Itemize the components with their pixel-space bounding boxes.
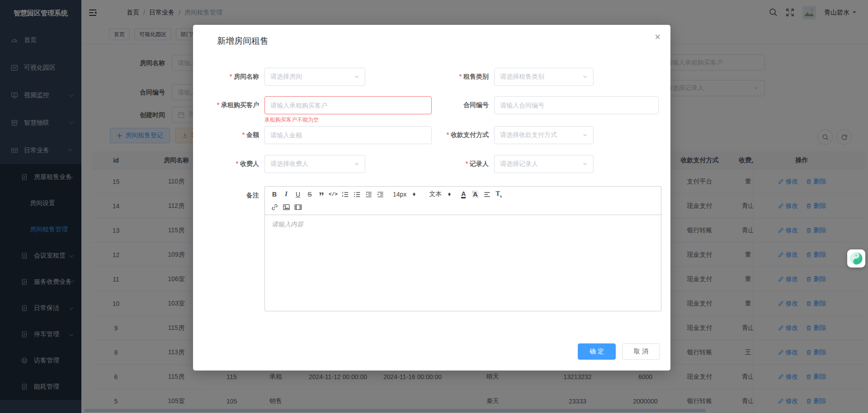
field-payment-label: 收款支付方式	[427, 131, 494, 139]
recorder-select[interactable]: 请选择记录人	[494, 155, 594, 173]
editor-strike-button[interactable]: S	[304, 189, 316, 200]
collector-select-placeholder: 请选择收费人	[270, 160, 354, 168]
editor-background-color-button[interactable]: A	[469, 189, 481, 200]
field-remark-label: 备注	[198, 186, 264, 204]
editor-placeholder: 请输入内容	[272, 221, 303, 228]
editor-video-button[interactable]	[292, 202, 304, 212]
green-swirl-logo-icon	[849, 251, 864, 266]
editor-outdent-button[interactable]	[363, 189, 374, 200]
editor-underline-button[interactable]: U	[292, 189, 304, 200]
floating-assistant-widget[interactable]	[847, 249, 865, 268]
chevron-down-icon	[354, 161, 359, 167]
editor-list-ordered-button[interactable]	[339, 189, 351, 200]
field-category-label: 租售类别	[427, 73, 494, 81]
editor-format-select-button[interactable]: 文本	[422, 189, 458, 200]
editor-content[interactable]: 请输入内容	[265, 215, 661, 311]
modal-footer: 确 定 取 消	[578, 343, 660, 360]
editor-toolbar: BIUS”</>14px文本AATx	[265, 187, 661, 215]
editor-code-button[interactable]: </>	[327, 189, 339, 200]
chevron-down-icon	[354, 74, 359, 80]
payment-select-placeholder: 请选择收款支付方式	[500, 131, 582, 139]
editor-blockquote-button[interactable]: ”	[316, 189, 327, 200]
customer-input[interactable]	[264, 96, 432, 114]
editor-clean-format-button[interactable]: Tx	[493, 189, 505, 200]
editor-align-button[interactable]	[481, 189, 493, 200]
rich-text-editor: BIUS”</>14px文本AATx 请输入内容	[264, 186, 661, 311]
recorder-select-placeholder: 请选择记录人	[500, 160, 582, 168]
editor-size-select-button[interactable]: 14px	[386, 189, 422, 200]
field-contract: 合同编号	[427, 96, 659, 114]
field-collector-label: 收费人	[198, 160, 264, 168]
confirm-button[interactable]: 确 定	[578, 343, 616, 360]
field-amount-label: 金额	[198, 131, 264, 139]
contract-input[interactable]	[494, 96, 659, 114]
editor-list-bullet-button[interactable]	[351, 189, 363, 200]
collector-select[interactable]: 请选择收费人	[264, 155, 365, 173]
field-contract-label: 合同编号	[427, 101, 494, 109]
editor-bold-button[interactable]: B	[269, 189, 280, 200]
field-payment: 收款支付方式 请选择收款支付方式	[427, 126, 594, 144]
editor-indent-button[interactable]	[374, 189, 386, 200]
amount-input[interactable]	[264, 126, 432, 144]
editor-italic-button[interactable]: I	[280, 189, 292, 200]
room-select[interactable]: 请选择房间	[264, 68, 365, 86]
app-root: 智慧园区管理系统 首页可视化园区视频监控智慧物联日常业务房屋租售业务房间设置房间…	[0, 0, 868, 413]
payment-select[interactable]: 请选择收款支付方式	[494, 126, 594, 144]
field-collector: 收费人 请选择收费人	[198, 155, 365, 173]
field-recorder: 记录人 请选择记录人	[427, 155, 594, 173]
add-rental-modal: 新增房间租售 × 房间名称 请选择房间 租售类别 请选择租售类别 承租购买客户 …	[193, 25, 670, 371]
field-customer: 承租购买客户	[198, 96, 432, 114]
field-remark: 备注 BIUS”</>14px文本AATx 请输入内容	[198, 186, 661, 311]
category-select[interactable]: 请选择租售类别	[494, 68, 594, 86]
field-room-label: 房间名称	[198, 73, 264, 81]
field-recorder-label: 记录人	[427, 160, 494, 168]
chevron-down-icon	[582, 132, 588, 138]
room-select-placeholder: 请选择房间	[270, 73, 354, 81]
cancel-button[interactable]: 取 消	[622, 343, 660, 360]
modal-title: 新增房间租售	[217, 35, 269, 47]
chevron-down-icon	[582, 161, 588, 167]
category-select-placeholder: 请选择租售类别	[500, 73, 582, 81]
close-icon[interactable]: ×	[655, 32, 660, 42]
editor-link-button[interactable]	[269, 202, 280, 212]
field-amount: 金额	[198, 126, 432, 144]
field-customer-label: 承租购买客户	[198, 101, 264, 109]
chevron-down-icon	[582, 74, 588, 80]
field-room: 房间名称 请选择房间	[198, 68, 365, 86]
customer-error-message: 承租购买客户不能为空	[264, 116, 319, 124]
editor-image-button[interactable]	[280, 202, 292, 212]
field-category: 租售类别 请选择租售类别	[427, 68, 594, 86]
editor-text-color-button[interactable]: A	[458, 189, 469, 200]
